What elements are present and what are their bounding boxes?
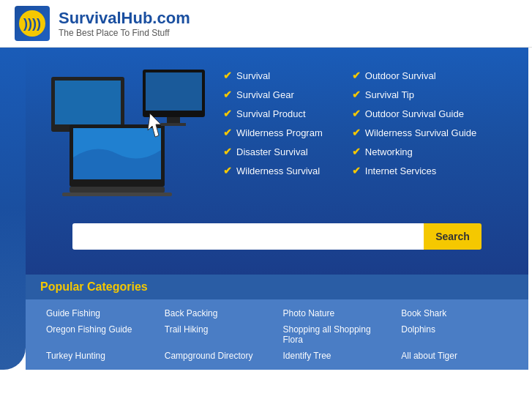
search-input[interactable] (72, 223, 424, 250)
svg-rect-6 (70, 187, 165, 193)
svg-rect-7 (62, 193, 172, 196)
category-turkey-hunting[interactable]: Turkey Hunting (40, 348, 159, 364)
category-photo-nature[interactable]: Photo Nature (277, 305, 396, 321)
main-blue-panel: ✔ Survival ✔ Survival Gear ✔ Survival Pr… (26, 48, 528, 370)
check-icon: ✔ (352, 146, 361, 157)
category-all-about-tiger[interactable]: All about Tiger (395, 348, 514, 364)
check-icon: ✔ (223, 146, 232, 157)
check-icon: ✔ (352, 165, 361, 176)
check-icon: ✔ (223, 127, 232, 138)
category-identify-tree[interactable]: Identify Tree (277, 348, 396, 364)
site-title: SurvivalHub.com (59, 9, 190, 28)
content-area: ✔ Survival ✔ Survival Gear ✔ Survival Pr… (48, 62, 506, 209)
category-campground-directory[interactable]: Campground Directory (159, 348, 277, 364)
links-area: ✔ Survival ✔ Survival Gear ✔ Survival Pr… (223, 62, 506, 176)
category-oregon-fishing-guide[interactable]: Oregon Fishing Guide (40, 321, 159, 348)
categories-grid: Guide Fishing Back Packing Photo Nature … (26, 299, 528, 370)
category-back-packing[interactable]: Back Packing (159, 305, 277, 321)
computer-graphic (48, 62, 209, 209)
category-dolphins[interactable]: Dolphins (395, 321, 514, 348)
check-icon: ✔ (223, 70, 232, 81)
link-wilderness-program[interactable]: ✔ Wilderness Program (223, 127, 323, 138)
link-outdoor-survival-guide[interactable]: ✔ Outdoor Survival Guide (352, 108, 476, 119)
svg-rect-9 (146, 72, 202, 111)
wifi-icon: )))) (23, 16, 41, 31)
categories-header: Popular Categories (26, 275, 528, 299)
header-text: SurvivalHub.com The Best Place To Find S… (59, 9, 190, 38)
logo-icon-inner: )))) (19, 10, 45, 37)
main-section: ✔ Survival ✔ Survival Gear ✔ Survival Pr… (26, 48, 528, 275)
link-survival-product[interactable]: ✔ Survival Product (223, 108, 323, 119)
svg-rect-10 (167, 117, 180, 123)
link-disaster-survival[interactable]: ✔ Disaster Survival (223, 146, 323, 157)
link-wilderness-survival[interactable]: ✔ Wilderness Survival (223, 165, 323, 176)
site-tagline: The Best Place To Find Stuff (59, 28, 190, 38)
left-curve-decoration (0, 48, 26, 370)
search-button[interactable]: Search (424, 223, 482, 250)
logo-icon: )))) (15, 6, 50, 41)
check-icon: ✔ (352, 70, 361, 81)
link-survival-tip[interactable]: ✔ Survival Tip (352, 89, 476, 100)
svg-rect-11 (161, 123, 186, 126)
link-networking[interactable]: ✔ Networking (352, 146, 476, 157)
check-icon: ✔ (352, 127, 361, 138)
categories-title: Popular Categories (40, 280, 148, 293)
links-column-left: ✔ Survival ✔ Survival Gear ✔ Survival Pr… (223, 70, 323, 176)
categories-section: Popular Categories Guide Fishing Back Pa… (26, 275, 528, 370)
svg-rect-1 (55, 81, 121, 124)
category-guide-fishing[interactable]: Guide Fishing (40, 305, 159, 321)
category-shopping-flora[interactable]: Shopping all Shopping Flora (277, 321, 396, 348)
category-trail-hiking[interactable]: Trail Hiking (159, 321, 277, 348)
link-internet-services[interactable]: ✔ Internet Services (352, 165, 476, 176)
link-survival[interactable]: ✔ Survival (223, 70, 323, 81)
category-book-shark[interactable]: Book Shark (395, 305, 514, 321)
check-icon: ✔ (223, 108, 232, 119)
links-column-right: ✔ Outdoor Survival ✔ Survival Tip ✔ Outd… (352, 70, 476, 176)
check-icon: ✔ (352, 108, 361, 119)
search-area: Search (48, 223, 506, 250)
link-wilderness-survival-guide[interactable]: ✔ Wilderness Survival Guide (352, 127, 476, 138)
check-icon: ✔ (223, 165, 232, 176)
check-icon: ✔ (352, 89, 361, 100)
check-icon: ✔ (223, 89, 232, 100)
link-outdoor-survival[interactable]: ✔ Outdoor Survival (352, 70, 476, 81)
header: )))) SurvivalHub.com The Best Place To F… (0, 0, 532, 48)
link-survival-gear[interactable]: ✔ Survival Gear (223, 89, 323, 100)
